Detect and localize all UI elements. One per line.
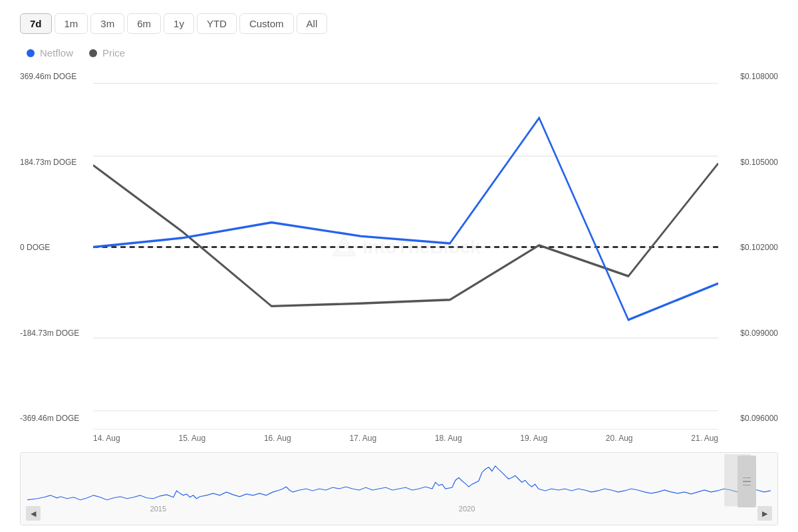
x-label-2: 16. Aug [264, 434, 291, 443]
mini-nav-left-button[interactable]: ◀ [26, 506, 41, 521]
main-chart: 369.46m DOGE 184.73m DOGE 0 DOGE -184.73… [20, 65, 778, 430]
chart-section: 369.46m DOGE 184.73m DOGE 0 DOGE -184.73… [20, 65, 778, 525]
legend-netflow: Netflow [27, 47, 73, 59]
x-label-4: 18. Aug [435, 434, 462, 443]
y-left-1: 184.73m DOGE [20, 158, 93, 167]
price-label: Price [102, 47, 125, 59]
x-label-3: 17. Aug [349, 434, 376, 443]
btn-custom[interactable]: Custom [239, 13, 294, 34]
y-axis-right: $0.108000 $0.105000 $0.102000 $0.099000 … [718, 65, 778, 430]
svg-text:2015: 2015 [150, 505, 166, 513]
netflow-label: Netflow [40, 47, 73, 59]
svg-text:2020: 2020 [459, 505, 475, 513]
x-axis: 14. Aug 15. Aug 16. Aug 17. Aug 18. Aug … [93, 430, 718, 447]
main-container: 7d 1m 3m 6m 1y YTD Custom All Netflow Pr… [0, 0, 798, 532]
y-right-2: $0.102000 [718, 243, 778, 252]
y-right-3: $0.099000 [718, 329, 778, 338]
netflow-dot [27, 49, 35, 57]
chart-legend: Netflow Price [20, 47, 778, 59]
x-label-6: 20. Aug [606, 434, 633, 443]
btn-ytd[interactable]: YTD [197, 13, 237, 34]
btn-1m[interactable]: 1m [55, 13, 88, 34]
y-right-0: $0.108000 [718, 72, 778, 81]
x-label-1: 15. Aug [178, 434, 205, 443]
mini-scroll-handle[interactable] [737, 456, 756, 507]
btn-all[interactable]: All [297, 13, 328, 34]
x-label-0: 14. Aug [93, 434, 120, 443]
main-chart-svg [93, 65, 718, 429]
btn-3m[interactable]: 3m [90, 13, 124, 34]
time-range-bar: 7d 1m 3m 6m 1y YTD Custom All [20, 13, 778, 34]
y-left-2: 0 DOGE [20, 243, 93, 252]
mini-nav-right-button[interactable]: ▶ [757, 506, 772, 521]
mini-chart: 2015 2020 ◀ ▶ [20, 452, 778, 525]
y-left-4: -369.46m DOGE [20, 414, 93, 423]
btn-6m[interactable]: 6m [127, 13, 161, 34]
btn-1y[interactable]: 1y [164, 13, 194, 34]
chart-canvas: IntoTheBlock [93, 65, 718, 430]
y-left-3: -184.73m DOGE [20, 329, 93, 338]
price-dot [89, 49, 97, 57]
x-label-5: 19. Aug [520, 434, 547, 443]
x-label-7: 21. Aug [691, 434, 718, 443]
btn-7d[interactable]: 7d [20, 13, 52, 34]
legend-price: Price [89, 47, 125, 59]
mini-chart-svg: 2015 2020 [21, 453, 777, 525]
y-right-1: $0.105000 [718, 158, 778, 167]
y-left-0: 369.46m DOGE [20, 72, 93, 81]
y-right-4: $0.096000 [718, 414, 778, 423]
y-axis-left: 369.46m DOGE 184.73m DOGE 0 DOGE -184.73… [20, 65, 93, 430]
